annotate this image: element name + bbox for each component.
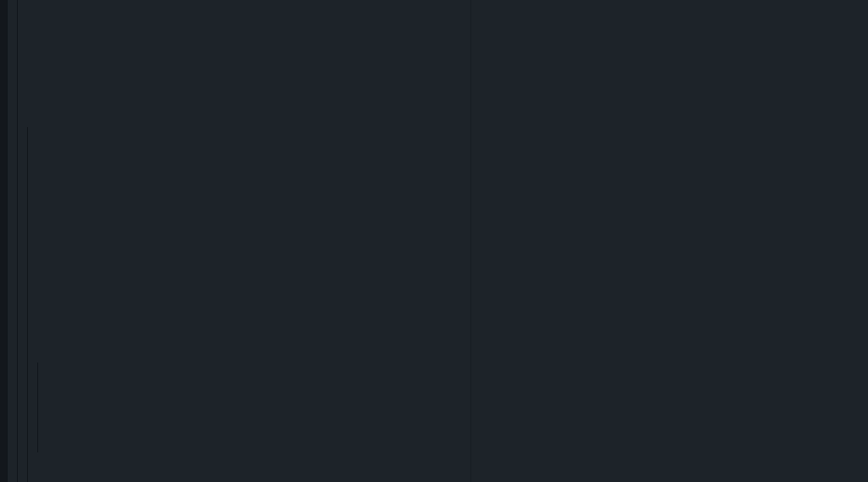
gdevelop-event-sheet — [0, 0, 868, 482]
events-container — [0, 0, 868, 482]
